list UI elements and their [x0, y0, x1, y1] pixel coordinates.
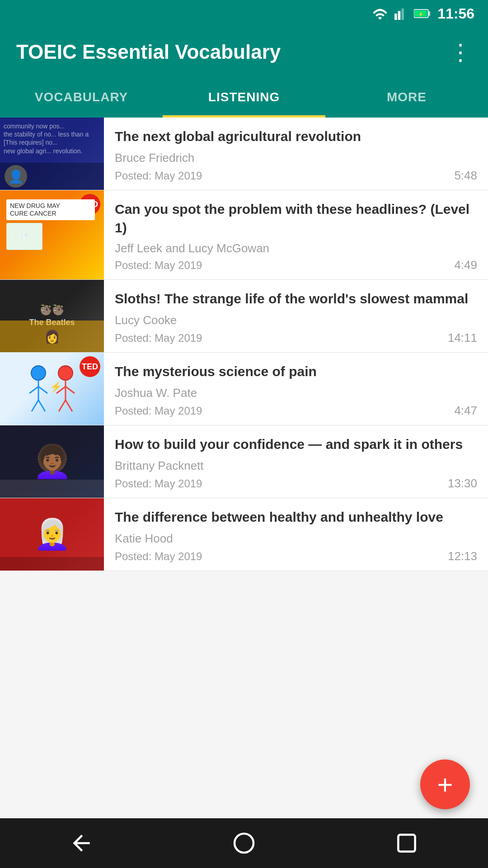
item-duration-1: 5:48: [454, 169, 477, 183]
item-posted-2: Posted: May 2019: [115, 259, 202, 272]
svg-point-20: [235, 834, 253, 853]
thumbnail-3: 🦥🦥The Beatles 👩: [0, 280, 104, 352]
item-meta-6: Posted: May 2019 12:13: [115, 549, 477, 563]
battery-icon: ⚡: [414, 8, 431, 19]
item-author-6: Katie Hood: [115, 532, 477, 546]
list-item[interactable]: 🦥🦥The Beatles 👩 Sloths! The strange life…: [0, 280, 488, 353]
item-meta-5: Posted: May 2019 13:30: [115, 476, 477, 491]
item-duration-6: 12:13: [448, 549, 477, 563]
svg-line-9: [29, 387, 38, 393]
item-author-4: Joshua W. Pate: [115, 386, 477, 400]
more-menu-button[interactable]: ⋮: [449, 41, 472, 63]
signal-icon: [394, 7, 408, 20]
bottom-nav: [0, 818, 488, 868]
item-meta-1: Posted: May 2019 5:48: [115, 169, 477, 183]
item-posted-5: Posted: May 2019: [115, 477, 202, 490]
item-duration-5: 13:30: [448, 476, 477, 491]
item-author-1: Bruce Friedrich: [115, 151, 477, 165]
list-item[interactable]: TED ⚡: [0, 353, 488, 425]
thumbnail-5: 👩🏾‍🦱: [0, 425, 104, 498]
back-button[interactable]: [63, 825, 99, 861]
svg-rect-2: [402, 9, 404, 20]
item-info-6: The difference between healthy and unhea…: [104, 498, 488, 571]
tab-more[interactable]: MORE: [325, 77, 488, 118]
thumbnail-2: TED NEW DRUG MAYCURE CANCER 📄: [0, 190, 104, 279]
recents-button[interactable]: [389, 825, 425, 861]
svg-rect-21: [398, 835, 415, 851]
item-meta-4: Posted: May 2019 4:47: [115, 404, 477, 418]
item-posted-1: Posted: May 2019: [115, 170, 202, 182]
item-info-4: The mysterious science of pain Joshua W.…: [104, 353, 488, 425]
svg-line-16: [66, 387, 75, 393]
svg-line-10: [38, 387, 47, 393]
svg-point-13: [58, 366, 73, 380]
svg-rect-4: [428, 11, 430, 16]
tab-vocabulary[interactable]: VOCABULARY: [0, 77, 163, 118]
item-meta-3: Posted: May 2019 14:11: [115, 331, 477, 345]
item-info-2: Can you spot the problem with these head…: [104, 190, 488, 279]
app-title: TOEIC Essential Vocabulary: [16, 41, 281, 63]
home-button[interactable]: [226, 825, 262, 861]
item-author-5: Brittany Packnett: [115, 459, 477, 473]
item-info-1: The next global agricultural revolution …: [104, 118, 488, 190]
svg-rect-1: [398, 11, 401, 20]
item-duration-3: 14:11: [448, 331, 477, 345]
fab-add-button[interactable]: +: [420, 760, 470, 809]
item-title-4: The mysterious science of pain: [115, 363, 477, 381]
thumbnail-4: TED ⚡: [0, 353, 104, 425]
item-posted-6: Posted: May 2019: [115, 550, 202, 563]
list-item[interactable]: 👩🏾‍🦱 How to build your confidence — and …: [0, 425, 488, 498]
item-duration-4: 4:47: [454, 404, 477, 418]
status-icons: ⚡ 11:56: [372, 5, 474, 22]
svg-line-12: [38, 400, 45, 411]
list-item[interactable]: community now pos...the stability of no.…: [0, 118, 488, 190]
tab-listening[interactable]: LISTENING: [163, 77, 325, 118]
svg-text:⚡: ⚡: [418, 11, 424, 17]
item-info-5: How to build your confidence — and spark…: [104, 425, 488, 498]
item-meta-2: Posted: May 2019 4:49: [115, 258, 477, 272]
svg-rect-0: [394, 14, 397, 20]
item-title-2: Can you spot the problem with these head…: [115, 200, 477, 237]
item-posted-4: Posted: May 2019: [115, 405, 202, 417]
svg-line-11: [32, 400, 38, 411]
item-info-3: Sloths! The strange life of the world's …: [104, 280, 488, 352]
svg-line-17: [59, 400, 66, 411]
list-item[interactable]: 👩‍🦳 The difference between healthy and u…: [0, 498, 488, 571]
item-title-3: Sloths! The strange life of the world's …: [115, 290, 477, 308]
status-bar: ⚡ 11:56: [0, 0, 488, 27]
item-duration-2: 4:49: [454, 258, 477, 272]
item-author-2: Jeff Leek and Lucy McGowan: [115, 241, 477, 255]
tab-bar: VOCABULARY LISTENING MORE: [0, 77, 488, 118]
svg-line-18: [66, 400, 72, 411]
list-item[interactable]: TED NEW DRUG MAYCURE CANCER 📄 Can you sp…: [0, 190, 488, 280]
thumbnail-6: 👩‍🦳: [0, 498, 104, 571]
thumbnail-1: community now pos...the stability of no.…: [0, 118, 104, 190]
item-title-1: The next global agricultural revolution: [115, 127, 477, 146]
app-bar: TOEIC Essential Vocabulary ⋮: [0, 27, 488, 77]
item-posted-3: Posted: May 2019: [115, 332, 202, 344]
svg-point-7: [31, 366, 46, 380]
item-author-3: Lucy Cooke: [115, 313, 477, 327]
item-title-6: The difference between healthy and unhea…: [115, 508, 477, 527]
status-time: 11:56: [437, 5, 474, 22]
item-title-5: How to build your confidence — and spark…: [115, 435, 477, 454]
content-list: community now pos...the stability of no.…: [0, 118, 488, 571]
wifi-icon: [372, 7, 388, 20]
svg-text:⚡: ⚡: [50, 381, 62, 393]
